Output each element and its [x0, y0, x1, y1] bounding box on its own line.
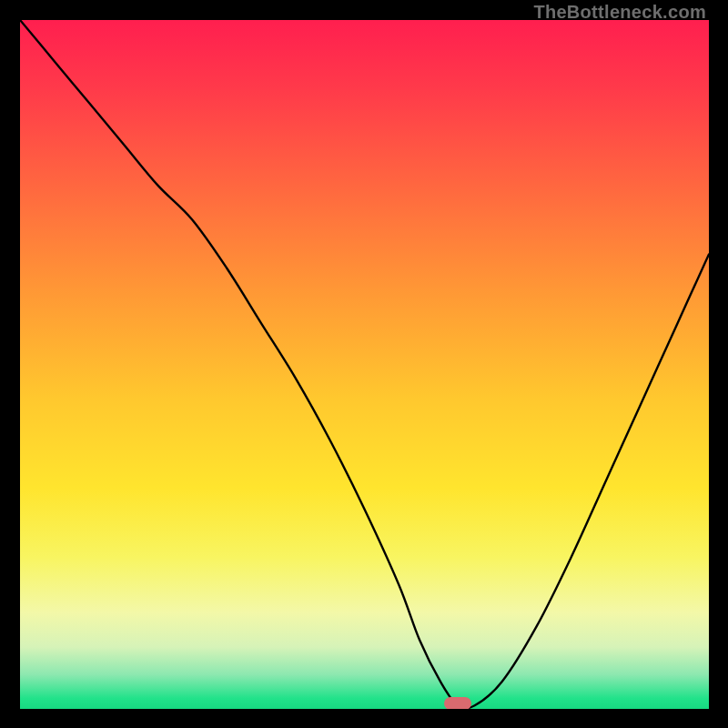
bottleneck-curve: [20, 20, 709, 709]
plot-area: [20, 20, 709, 709]
optimal-point-marker: [444, 697, 471, 709]
chart-stage: TheBottleneck.com: [0, 0, 728, 728]
